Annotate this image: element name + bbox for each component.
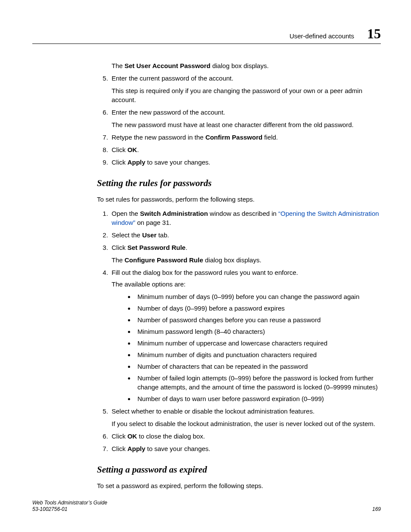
- step-5-note: This step is required only if you are ch…: [112, 86, 381, 104]
- step-8: Click OK.: [110, 145, 381, 154]
- rules-step-5-note: If you select to disable the lockout adm…: [112, 419, 381, 428]
- rules-step-3: Click Set Password Rule. The Configure P…: [110, 243, 381, 264]
- list-item: Number of failed login attempts (0–999) …: [135, 373, 381, 392]
- list-item: Minimum number of uppercase and lowercas…: [135, 339, 381, 348]
- section-title-rules: Setting the rules for passwords: [97, 178, 381, 189]
- chapter-number: 15: [367, 26, 381, 42]
- page-number: 169: [372, 506, 381, 513]
- rules-step-4-sub: The available options are:: [112, 280, 381, 289]
- rules-step-4: Fill out the dialog box for the password…: [110, 268, 381, 403]
- step-6-note: The new password must have at least one …: [112, 120, 381, 129]
- rules-step-3-note: The Configure Password Rule dialog box d…: [112, 255, 381, 264]
- book-title: Web Tools Administrator’s Guide: [32, 500, 107, 507]
- rules-step-7: Click Apply to save your changes.: [110, 444, 381, 453]
- running-head: User-defined accounts: [290, 32, 354, 40]
- doc-number: 53-1002756-01: [32, 506, 107, 513]
- rules-steps: Open the Switch Administration window as…: [97, 209, 381, 453]
- dialog-name: Set User Account Password: [125, 62, 211, 69]
- list-item: Number of days (0–999) before a password…: [135, 304, 381, 313]
- list-item: Minimum number of days (0–999) before yo…: [135, 292, 381, 301]
- page-footer: Web Tools Administrator’s Guide 53-10027…: [32, 500, 381, 513]
- step-7: Retype the new password in the Confirm P…: [110, 133, 381, 142]
- list-item: Number of characters that can be repeate…: [135, 362, 381, 371]
- rules-step-6: Click OK to close the dialog box.: [110, 432, 381, 441]
- list-item: Minimum password length (8–40 characters…: [135, 327, 381, 336]
- section-title-expired: Setting a password as expired: [97, 464, 381, 475]
- list-item: Number of days to warn user before passw…: [135, 394, 381, 403]
- step-5: Enter the current password of the accoun…: [110, 74, 381, 104]
- dialog-display-note: The Set User Account Password dialog box…: [112, 61, 381, 70]
- rules-options: Minimum number of days (0–999) before yo…: [112, 292, 381, 403]
- rules-step-5: Select whether to enable or disable the …: [110, 407, 381, 428]
- rules-step-1: Open the Switch Administration window as…: [110, 209, 381, 227]
- list-item: Minimum number of digits and punctuation…: [135, 350, 381, 359]
- rules-step-2: Select the User tab.: [110, 230, 381, 240]
- rules-intro: To set rules for passwords, perform the …: [97, 195, 381, 204]
- step-6: Enter the new password of the account. T…: [110, 108, 381, 129]
- expired-intro: To set a password as expired, perform th…: [97, 481, 381, 490]
- step-9: Click Apply to save your changes.: [110, 158, 381, 167]
- page-header: User-defined accounts 15: [32, 26, 381, 44]
- list-item: Number of password changes before you ca…: [135, 315, 381, 324]
- steps-continued: Enter the current password of the accoun…: [97, 74, 381, 167]
